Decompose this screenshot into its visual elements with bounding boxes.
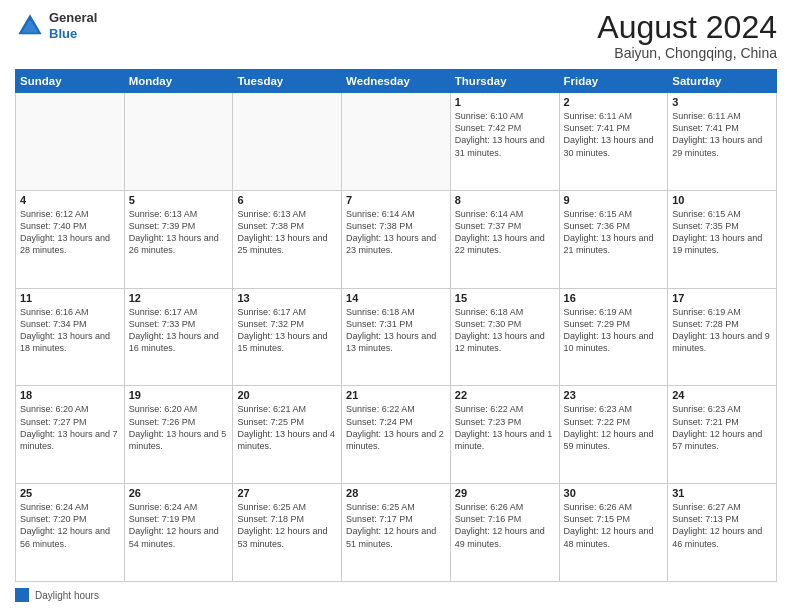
- week-row-4: 18Sunrise: 6:20 AM Sunset: 7:27 PM Dayli…: [16, 386, 777, 484]
- calendar-cell-0-4: 1Sunrise: 6:10 AM Sunset: 7:42 PM Daylig…: [450, 93, 559, 191]
- logo-blue: Blue: [49, 26, 77, 41]
- week-row-1: 1Sunrise: 6:10 AM Sunset: 7:42 PM Daylig…: [16, 93, 777, 191]
- calendar-cell-2-1: 12Sunrise: 6:17 AM Sunset: 7:33 PM Dayli…: [124, 288, 233, 386]
- day-number: 16: [564, 292, 664, 304]
- day-info: Sunrise: 6:22 AM Sunset: 7:23 PM Dayligh…: [455, 403, 555, 452]
- calendar-cell-3-5: 23Sunrise: 6:23 AM Sunset: 7:22 PM Dayli…: [559, 386, 668, 484]
- calendar-cell-1-5: 9Sunrise: 6:15 AM Sunset: 7:36 PM Daylig…: [559, 190, 668, 288]
- month-title: August 2024: [597, 10, 777, 45]
- day-info: Sunrise: 6:18 AM Sunset: 7:31 PM Dayligh…: [346, 306, 446, 355]
- calendar-cell-2-6: 17Sunrise: 6:19 AM Sunset: 7:28 PM Dayli…: [668, 288, 777, 386]
- calendar-cell-3-2: 20Sunrise: 6:21 AM Sunset: 7:25 PM Dayli…: [233, 386, 342, 484]
- calendar-cell-0-3: [342, 93, 451, 191]
- day-number: 9: [564, 194, 664, 206]
- calendar-cell-0-6: 3Sunrise: 6:11 AM Sunset: 7:41 PM Daylig…: [668, 93, 777, 191]
- day-number: 10: [672, 194, 772, 206]
- day-info: Sunrise: 6:24 AM Sunset: 7:19 PM Dayligh…: [129, 501, 229, 550]
- header: General Blue August 2024 Baiyun, Chongqi…: [15, 10, 777, 61]
- calendar-cell-3-4: 22Sunrise: 6:22 AM Sunset: 7:23 PM Dayli…: [450, 386, 559, 484]
- calendar-cell-3-1: 19Sunrise: 6:20 AM Sunset: 7:26 PM Dayli…: [124, 386, 233, 484]
- day-number: 28: [346, 487, 446, 499]
- calendar-cell-4-0: 25Sunrise: 6:24 AM Sunset: 7:20 PM Dayli…: [16, 484, 125, 582]
- calendar-cell-0-2: [233, 93, 342, 191]
- day-info: Sunrise: 6:20 AM Sunset: 7:27 PM Dayligh…: [20, 403, 120, 452]
- day-number: 15: [455, 292, 555, 304]
- calendar-cell-2-4: 15Sunrise: 6:18 AM Sunset: 7:30 PM Dayli…: [450, 288, 559, 386]
- day-number: 31: [672, 487, 772, 499]
- day-number: 6: [237, 194, 337, 206]
- day-number: 8: [455, 194, 555, 206]
- day-info: Sunrise: 6:26 AM Sunset: 7:16 PM Dayligh…: [455, 501, 555, 550]
- day-number: 30: [564, 487, 664, 499]
- calendar-cell-1-1: 5Sunrise: 6:13 AM Sunset: 7:39 PM Daylig…: [124, 190, 233, 288]
- day-info: Sunrise: 6:10 AM Sunset: 7:42 PM Dayligh…: [455, 110, 555, 159]
- calendar-cell-1-4: 8Sunrise: 6:14 AM Sunset: 7:37 PM Daylig…: [450, 190, 559, 288]
- day-number: 26: [129, 487, 229, 499]
- calendar-cell-4-2: 27Sunrise: 6:25 AM Sunset: 7:18 PM Dayli…: [233, 484, 342, 582]
- logo: General Blue: [15, 10, 97, 41]
- day-info: Sunrise: 6:20 AM Sunset: 7:26 PM Dayligh…: [129, 403, 229, 452]
- col-thursday: Thursday: [450, 70, 559, 93]
- day-info: Sunrise: 6:23 AM Sunset: 7:21 PM Dayligh…: [672, 403, 772, 452]
- calendar-cell-3-3: 21Sunrise: 6:22 AM Sunset: 7:24 PM Dayli…: [342, 386, 451, 484]
- week-row-5: 25Sunrise: 6:24 AM Sunset: 7:20 PM Dayli…: [16, 484, 777, 582]
- calendar-cell-3-0: 18Sunrise: 6:20 AM Sunset: 7:27 PM Dayli…: [16, 386, 125, 484]
- day-info: Sunrise: 6:15 AM Sunset: 7:35 PM Dayligh…: [672, 208, 772, 257]
- day-number: 18: [20, 389, 120, 401]
- col-tuesday: Tuesday: [233, 70, 342, 93]
- day-info: Sunrise: 6:19 AM Sunset: 7:29 PM Dayligh…: [564, 306, 664, 355]
- day-number: 5: [129, 194, 229, 206]
- day-number: 19: [129, 389, 229, 401]
- calendar-cell-2-0: 11Sunrise: 6:16 AM Sunset: 7:34 PM Dayli…: [16, 288, 125, 386]
- calendar-cell-2-5: 16Sunrise: 6:19 AM Sunset: 7:29 PM Dayli…: [559, 288, 668, 386]
- day-number: 12: [129, 292, 229, 304]
- day-number: 22: [455, 389, 555, 401]
- logo-icon: [15, 11, 45, 41]
- day-number: 3: [672, 96, 772, 108]
- day-info: Sunrise: 6:26 AM Sunset: 7:15 PM Dayligh…: [564, 501, 664, 550]
- day-info: Sunrise: 6:12 AM Sunset: 7:40 PM Dayligh…: [20, 208, 120, 257]
- location: Baiyun, Chongqing, China: [597, 45, 777, 61]
- day-number: 27: [237, 487, 337, 499]
- day-info: Sunrise: 6:25 AM Sunset: 7:17 PM Dayligh…: [346, 501, 446, 550]
- calendar-cell-1-0: 4Sunrise: 6:12 AM Sunset: 7:40 PM Daylig…: [16, 190, 125, 288]
- day-number: 7: [346, 194, 446, 206]
- calendar-cell-1-3: 7Sunrise: 6:14 AM Sunset: 7:38 PM Daylig…: [342, 190, 451, 288]
- day-info: Sunrise: 6:13 AM Sunset: 7:38 PM Dayligh…: [237, 208, 337, 257]
- day-info: Sunrise: 6:11 AM Sunset: 7:41 PM Dayligh…: [672, 110, 772, 159]
- day-info: Sunrise: 6:17 AM Sunset: 7:32 PM Dayligh…: [237, 306, 337, 355]
- calendar-cell-2-2: 13Sunrise: 6:17 AM Sunset: 7:32 PM Dayli…: [233, 288, 342, 386]
- calendar-cell-1-2: 6Sunrise: 6:13 AM Sunset: 7:38 PM Daylig…: [233, 190, 342, 288]
- calendar-cell-0-0: [16, 93, 125, 191]
- logo-general: General: [49, 10, 97, 25]
- day-number: 20: [237, 389, 337, 401]
- day-number: 13: [237, 292, 337, 304]
- legend-label: Daylight hours: [35, 590, 99, 601]
- calendar-cell-0-1: [124, 93, 233, 191]
- calendar-cell-4-6: 31Sunrise: 6:27 AM Sunset: 7:13 PM Dayli…: [668, 484, 777, 582]
- calendar-header-row: Sunday Monday Tuesday Wednesday Thursday…: [16, 70, 777, 93]
- calendar-cell-1-6: 10Sunrise: 6:15 AM Sunset: 7:35 PM Dayli…: [668, 190, 777, 288]
- day-info: Sunrise: 6:23 AM Sunset: 7:22 PM Dayligh…: [564, 403, 664, 452]
- day-info: Sunrise: 6:19 AM Sunset: 7:28 PM Dayligh…: [672, 306, 772, 355]
- day-info: Sunrise: 6:17 AM Sunset: 7:33 PM Dayligh…: [129, 306, 229, 355]
- day-number: 25: [20, 487, 120, 499]
- day-info: Sunrise: 6:21 AM Sunset: 7:25 PM Dayligh…: [237, 403, 337, 452]
- calendar-cell-4-3: 28Sunrise: 6:25 AM Sunset: 7:17 PM Dayli…: [342, 484, 451, 582]
- day-info: Sunrise: 6:18 AM Sunset: 7:30 PM Dayligh…: [455, 306, 555, 355]
- title-block: August 2024 Baiyun, Chongqing, China: [597, 10, 777, 61]
- day-info: Sunrise: 6:22 AM Sunset: 7:24 PM Dayligh…: [346, 403, 446, 452]
- calendar-cell-0-5: 2Sunrise: 6:11 AM Sunset: 7:41 PM Daylig…: [559, 93, 668, 191]
- calendar-cell-4-1: 26Sunrise: 6:24 AM Sunset: 7:19 PM Dayli…: [124, 484, 233, 582]
- calendar-table: Sunday Monday Tuesday Wednesday Thursday…: [15, 69, 777, 582]
- day-number: 4: [20, 194, 120, 206]
- day-number: 23: [564, 389, 664, 401]
- logo-text: General Blue: [49, 10, 97, 41]
- day-info: Sunrise: 6:11 AM Sunset: 7:41 PM Dayligh…: [564, 110, 664, 159]
- calendar-cell-4-5: 30Sunrise: 6:26 AM Sunset: 7:15 PM Dayli…: [559, 484, 668, 582]
- day-number: 2: [564, 96, 664, 108]
- day-info: Sunrise: 6:15 AM Sunset: 7:36 PM Dayligh…: [564, 208, 664, 257]
- day-info: Sunrise: 6:14 AM Sunset: 7:38 PM Dayligh…: [346, 208, 446, 257]
- day-info: Sunrise: 6:27 AM Sunset: 7:13 PM Dayligh…: [672, 501, 772, 550]
- page: General Blue August 2024 Baiyun, Chongqi…: [0, 0, 792, 612]
